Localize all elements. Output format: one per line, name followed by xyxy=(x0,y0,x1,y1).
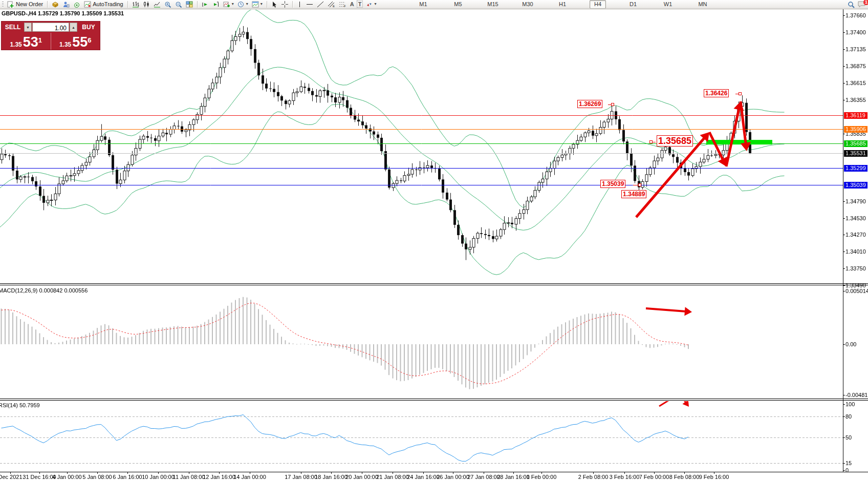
time-axis-tickmark xyxy=(423,472,424,474)
price-axis-line xyxy=(843,9,843,472)
chart-shift-button[interactable] xyxy=(211,1,221,8)
time-axis-tickmark xyxy=(541,472,542,474)
volume-down-button[interactable]: ▼ xyxy=(24,23,32,32)
auto-scroll-button[interactable] xyxy=(201,1,210,8)
y-axis-tickmark xyxy=(843,285,845,286)
zoom-out-icon xyxy=(175,1,182,8)
arrows-icon xyxy=(365,1,373,8)
chart-canvas[interactable] xyxy=(0,0,868,481)
candlestick-chart-button[interactable] xyxy=(142,1,151,8)
volume-input[interactable] xyxy=(33,24,69,32)
navigator-button[interactable] xyxy=(61,1,71,8)
indicators-button[interactable]: ▾ xyxy=(222,1,235,8)
tile-windows-button[interactable] xyxy=(185,1,194,8)
y-axis-price-badge: 1.35685 xyxy=(844,140,867,147)
separator xyxy=(127,1,128,8)
time-axis-label: 18 Jan 16:00 xyxy=(315,474,348,480)
new-order-button[interactable]: New Order xyxy=(6,1,44,8)
separator xyxy=(267,1,267,8)
y-axis-tickmark xyxy=(843,100,845,100)
indicators-icon xyxy=(223,1,230,8)
tab-timeframe-M5[interactable]: M5 xyxy=(450,1,466,8)
price-annotation[interactable]: 1.36426 xyxy=(704,89,729,97)
toolbar: New Order AutoTrading xyxy=(0,0,868,9)
chat-button[interactable]: 1 xyxy=(858,1,866,9)
new-order-label: New Order xyxy=(16,1,43,7)
tab-timeframe-MN[interactable]: MN xyxy=(695,1,710,8)
buy-price-sup: 6 xyxy=(88,33,91,48)
search-icon[interactable] xyxy=(848,1,855,8)
time-axis-tickmark xyxy=(513,472,514,474)
zoom-out-button[interactable] xyxy=(174,1,183,8)
time-axis-tickmark xyxy=(484,472,484,474)
templates-icon xyxy=(252,1,259,8)
tab-timeframe-H4[interactable]: H4 xyxy=(590,0,606,9)
time-axis-label: 20 Jan 00:00 xyxy=(345,474,378,480)
bar-chart-button[interactable] xyxy=(131,1,140,8)
price-annotation[interactable]: 1.36269 xyxy=(577,100,602,108)
text-label-button[interactable]: T xyxy=(357,1,363,8)
time-axis-label: 10 Jan 00:00 xyxy=(142,474,175,480)
time-axis-label: 9 Feb 16:00 xyxy=(699,474,729,480)
price-annotation[interactable]: 1.35039 xyxy=(600,180,625,188)
rsi-axis-tick: 100 xyxy=(845,401,855,407)
time-axis-label: 24 Jan 16:00 xyxy=(407,474,440,480)
signals-button[interactable] xyxy=(72,1,81,8)
y-axis-tickmark xyxy=(843,66,845,67)
text-button[interactable]: A xyxy=(349,1,355,8)
buy-price[interactable]: 1.35 55 6 xyxy=(51,33,100,50)
horizontal-line-button[interactable] xyxy=(305,1,314,8)
sell-price-sup: 1 xyxy=(38,33,42,48)
rsi-axis-tickmark xyxy=(843,437,845,438)
line-chart-icon xyxy=(154,1,161,8)
separator xyxy=(47,1,48,8)
line-chart-button[interactable] xyxy=(153,1,162,8)
price-annotation[interactable]: 1.35685 xyxy=(657,135,693,147)
time-axis-label: 3 Feb 16:00 xyxy=(610,474,640,480)
zoom-in-button[interactable] xyxy=(163,1,172,8)
y-axis-price-badge: 1.35531 xyxy=(844,150,867,157)
tab-timeframe-M15[interactable]: M15 xyxy=(485,1,501,8)
time-axis-label: Dec 2021 xyxy=(0,474,23,480)
tab-timeframe-D1[interactable]: D1 xyxy=(625,1,641,8)
rsi-axis-tickmark xyxy=(843,416,845,417)
buy-button[interactable]: BUY xyxy=(77,22,100,33)
tab-timeframe-W1[interactable]: W1 xyxy=(660,1,676,8)
macd-axis-tick: 0.00 xyxy=(845,341,856,347)
macd-axis-tickmark xyxy=(843,344,845,345)
one-click-trading-panel: SELL ▼ ▲ BUY 1.35 53 1 1.35 55 6 xyxy=(1,21,100,50)
trendline-button[interactable] xyxy=(316,1,325,8)
sell-button[interactable]: SELL xyxy=(2,22,24,33)
crosshair-button[interactable] xyxy=(280,1,289,8)
fibonacci-button[interactable]: F xyxy=(338,1,348,8)
vertical-line-button[interactable] xyxy=(296,1,303,8)
time-axis-tickmark xyxy=(453,472,453,474)
sell-price[interactable]: 1.35 53 1 xyxy=(2,33,51,50)
equidistant-channel-button[interactable]: E xyxy=(327,1,336,8)
panel-separator xyxy=(0,285,868,285)
sell-price-big: 53 xyxy=(23,36,38,49)
autotrading-button[interactable]: AutoTrading xyxy=(83,1,124,8)
cursor-icon xyxy=(271,1,278,8)
price-annotation[interactable]: 1.34889 xyxy=(621,190,646,198)
tab-timeframe-M1[interactable]: M1 xyxy=(416,1,431,8)
y-axis-tick: 1.36355 xyxy=(845,97,866,103)
macd-axis-tickmark xyxy=(843,395,845,395)
tab-timeframe-H1[interactable]: H1 xyxy=(555,1,570,8)
macd-axis-tick: -0.004812 xyxy=(845,392,868,398)
tab-timeframe-M30[interactable]: M30 xyxy=(520,1,535,8)
rsi-axis-tick: 80 xyxy=(845,413,852,420)
fibonacci-icon: F xyxy=(339,1,346,8)
rsi-axis-tickmark xyxy=(843,404,845,405)
volume-up-button[interactable]: ▲ xyxy=(70,23,77,32)
arrows-button[interactable]: ▾ xyxy=(364,1,377,8)
toolbar-grip[interactable] xyxy=(2,2,4,7)
periods-button[interactable]: ▾ xyxy=(236,1,249,8)
time-axis-tickmark xyxy=(393,472,393,474)
templates-button[interactable]: ▾ xyxy=(251,1,264,8)
gold-cube-button[interactable] xyxy=(51,1,60,8)
time-axis-tickmark xyxy=(67,472,68,474)
cursor-button[interactable] xyxy=(270,1,279,8)
time-axis-tickmark xyxy=(331,472,332,474)
signals-icon xyxy=(73,1,80,8)
